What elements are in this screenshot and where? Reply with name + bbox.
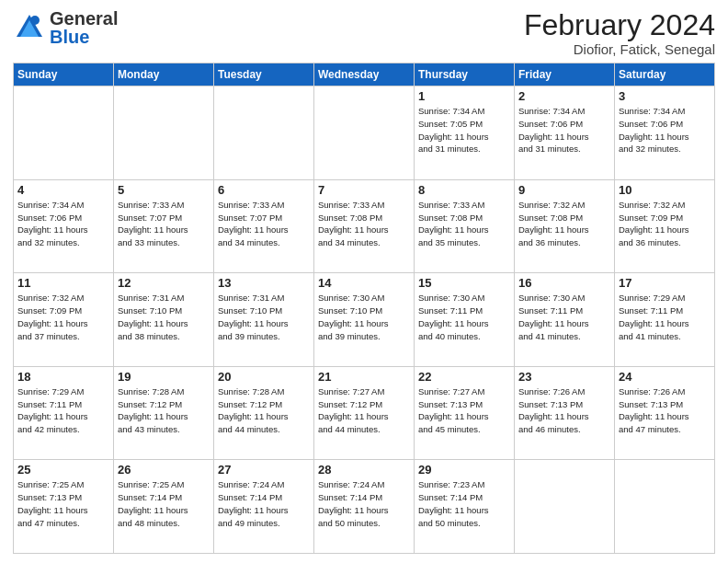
day-info: Sunrise: 7:30 AM Sunset: 7:11 PM Dayligh…: [418, 292, 510, 342]
day-number: 2: [518, 89, 610, 103]
day-number: 28: [318, 463, 410, 477]
col-friday: Friday: [515, 63, 615, 86]
header-row: Sunday Monday Tuesday Wednesday Thursday…: [14, 63, 715, 86]
day-info: Sunrise: 7:34 AM Sunset: 7:06 PM Dayligh…: [619, 105, 711, 155]
day-number: 19: [118, 370, 210, 384]
week-row-1: 4Sunrise: 7:34 AM Sunset: 7:06 PM Daylig…: [14, 179, 715, 273]
day-cell: 25Sunrise: 7:25 AM Sunset: 7:13 PM Dayli…: [14, 460, 114, 554]
day-number: 3: [619, 89, 711, 103]
calendar-body: 1Sunrise: 7:34 AM Sunset: 7:05 PM Daylig…: [14, 86, 715, 554]
day-cell: [114, 86, 214, 180]
day-cell: 13Sunrise: 7:31 AM Sunset: 7:10 PM Dayli…: [214, 273, 314, 367]
week-row-2: 11Sunrise: 7:32 AM Sunset: 7:09 PM Dayli…: [14, 273, 715, 367]
day-info: Sunrise: 7:29 AM Sunset: 7:11 PM Dayligh…: [619, 292, 711, 342]
day-cell: 23Sunrise: 7:26 AM Sunset: 7:13 PM Dayli…: [515, 366, 615, 460]
day-number: 13: [218, 276, 310, 290]
day-cell: 14Sunrise: 7:30 AM Sunset: 7:10 PM Dayli…: [314, 273, 415, 367]
col-saturday: Saturday: [615, 63, 715, 86]
day-cell: 20Sunrise: 7:28 AM Sunset: 7:12 PM Dayli…: [214, 366, 314, 460]
day-cell: 18Sunrise: 7:29 AM Sunset: 7:11 PM Dayli…: [14, 366, 114, 460]
day-number: 17: [619, 276, 711, 290]
day-number: 23: [518, 370, 610, 384]
day-number: 29: [418, 463, 510, 477]
day-cell: 24Sunrise: 7:26 AM Sunset: 7:13 PM Dayli…: [615, 366, 715, 460]
day-cell: [515, 460, 615, 554]
day-info: Sunrise: 7:27 AM Sunset: 7:12 PM Dayligh…: [318, 385, 410, 436]
day-cell: 7Sunrise: 7:33 AM Sunset: 7:08 PM Daylig…: [314, 179, 415, 273]
day-number: 16: [518, 276, 610, 290]
day-number: 18: [17, 370, 109, 384]
day-number: 25: [17, 463, 109, 477]
day-info: Sunrise: 7:33 AM Sunset: 7:07 PM Dayligh…: [218, 199, 310, 249]
day-number: 10: [619, 183, 711, 197]
col-wednesday: Wednesday: [314, 63, 415, 86]
day-info: Sunrise: 7:34 AM Sunset: 7:06 PM Dayligh…: [518, 105, 610, 155]
day-cell: 6Sunrise: 7:33 AM Sunset: 7:07 PM Daylig…: [214, 179, 314, 273]
day-info: Sunrise: 7:32 AM Sunset: 7:08 PM Dayligh…: [518, 199, 610, 249]
day-info: Sunrise: 7:25 AM Sunset: 7:14 PM Dayligh…: [118, 478, 210, 529]
day-cell: 9Sunrise: 7:32 AM Sunset: 7:08 PM Daylig…: [515, 179, 615, 273]
day-info: Sunrise: 7:26 AM Sunset: 7:13 PM Dayligh…: [619, 385, 711, 436]
week-row-4: 25Sunrise: 7:25 AM Sunset: 7:13 PM Dayli…: [14, 460, 715, 554]
logo-text: General Blue: [50, 9, 118, 46]
day-info: Sunrise: 7:28 AM Sunset: 7:12 PM Dayligh…: [118, 385, 210, 436]
calendar-subtitle: Diofior, Fatick, Senegal: [524, 41, 715, 57]
calendar-table: Sunday Monday Tuesday Wednesday Thursday…: [13, 63, 715, 554]
day-number: 9: [518, 183, 610, 197]
day-number: 1: [418, 89, 510, 103]
day-number: 12: [118, 276, 210, 290]
logo-general: General: [50, 9, 118, 28]
day-cell: [14, 86, 114, 180]
col-thursday: Thursday: [415, 63, 515, 86]
day-number: 24: [619, 370, 711, 384]
week-row-0: 1Sunrise: 7:34 AM Sunset: 7:05 PM Daylig…: [14, 86, 715, 180]
col-sunday: Sunday: [14, 63, 114, 86]
day-number: 6: [218, 183, 310, 197]
svg-point-2: [30, 16, 40, 25]
day-cell: 15Sunrise: 7:30 AM Sunset: 7:11 PM Dayli…: [415, 273, 515, 367]
day-info: Sunrise: 7:24 AM Sunset: 7:14 PM Dayligh…: [218, 478, 310, 529]
day-info: Sunrise: 7:33 AM Sunset: 7:08 PM Dayligh…: [318, 199, 410, 249]
day-number: 26: [118, 463, 210, 477]
page: General Blue February 2024 Diofior, Fati…: [0, 0, 728, 563]
day-info: Sunrise: 7:32 AM Sunset: 7:09 PM Dayligh…: [619, 199, 711, 249]
calendar-header: Sunday Monday Tuesday Wednesday Thursday…: [14, 63, 715, 86]
day-number: 21: [318, 370, 410, 384]
day-info: Sunrise: 7:25 AM Sunset: 7:13 PM Dayligh…: [17, 478, 109, 529]
day-cell: [615, 460, 715, 554]
day-info: Sunrise: 7:28 AM Sunset: 7:12 PM Dayligh…: [218, 385, 310, 436]
day-cell: 26Sunrise: 7:25 AM Sunset: 7:14 PM Dayli…: [114, 460, 214, 554]
day-info: Sunrise: 7:30 AM Sunset: 7:11 PM Dayligh…: [518, 292, 610, 342]
logo-blue: Blue: [50, 28, 118, 46]
day-cell: 17Sunrise: 7:29 AM Sunset: 7:11 PM Dayli…: [615, 273, 715, 367]
day-number: 11: [17, 276, 109, 290]
day-info: Sunrise: 7:26 AM Sunset: 7:13 PM Dayligh…: [518, 385, 610, 436]
title-block: February 2024 Diofior, Fatick, Senegal: [524, 9, 715, 57]
day-number: 27: [218, 463, 310, 477]
day-cell: 27Sunrise: 7:24 AM Sunset: 7:14 PM Dayli…: [214, 460, 314, 554]
day-cell: 12Sunrise: 7:31 AM Sunset: 7:10 PM Dayli…: [114, 273, 214, 367]
day-info: Sunrise: 7:33 AM Sunset: 7:08 PM Dayligh…: [418, 199, 510, 249]
day-info: Sunrise: 7:30 AM Sunset: 7:10 PM Dayligh…: [318, 292, 410, 342]
day-cell: 11Sunrise: 7:32 AM Sunset: 7:09 PM Dayli…: [14, 273, 114, 367]
day-cell: 1Sunrise: 7:34 AM Sunset: 7:05 PM Daylig…: [415, 86, 515, 180]
day-cell: 10Sunrise: 7:32 AM Sunset: 7:09 PM Dayli…: [615, 179, 715, 273]
col-monday: Monday: [114, 63, 214, 86]
day-cell: 3Sunrise: 7:34 AM Sunset: 7:06 PM Daylig…: [615, 86, 715, 180]
day-cell: 5Sunrise: 7:33 AM Sunset: 7:07 PM Daylig…: [114, 179, 214, 273]
day-number: 7: [318, 183, 410, 197]
day-number: 22: [418, 370, 510, 384]
day-info: Sunrise: 7:31 AM Sunset: 7:10 PM Dayligh…: [218, 292, 310, 342]
day-cell: 8Sunrise: 7:33 AM Sunset: 7:08 PM Daylig…: [415, 179, 515, 273]
header: General Blue February 2024 Diofior, Fati…: [13, 9, 715, 57]
day-cell: 2Sunrise: 7:34 AM Sunset: 7:06 PM Daylig…: [515, 86, 615, 180]
day-info: Sunrise: 7:32 AM Sunset: 7:09 PM Dayligh…: [17, 292, 109, 342]
col-tuesday: Tuesday: [214, 63, 314, 86]
day-cell: 16Sunrise: 7:30 AM Sunset: 7:11 PM Dayli…: [515, 273, 615, 367]
week-row-3: 18Sunrise: 7:29 AM Sunset: 7:11 PM Dayli…: [14, 366, 715, 460]
day-number: 15: [418, 276, 510, 290]
day-info: Sunrise: 7:27 AM Sunset: 7:13 PM Dayligh…: [418, 385, 510, 436]
day-number: 8: [418, 183, 510, 197]
day-cell: 21Sunrise: 7:27 AM Sunset: 7:12 PM Dayli…: [314, 366, 415, 460]
day-cell: [214, 86, 314, 180]
